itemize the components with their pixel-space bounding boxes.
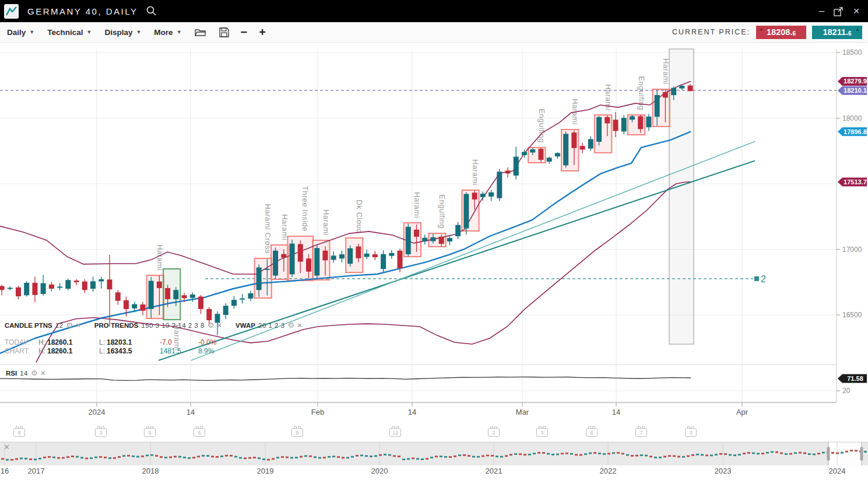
menu-daily[interactable]: Daily▼ <box>7 28 34 37</box>
candle-body <box>505 171 511 174</box>
navigator-candle <box>598 453 601 454</box>
navigator-candle <box>542 452 545 454</box>
calendar-marker-icon[interactable]: 2 <box>488 428 500 437</box>
calendar-marker-icon[interactable]: 6 <box>586 428 598 437</box>
zoom-out-button[interactable]: − <box>241 27 248 37</box>
close-button[interactable]: ✕ <box>853 6 860 16</box>
navigator-candle <box>486 455 489 457</box>
gear-icon[interactable]: ⚙ <box>66 322 73 329</box>
navigator-candle <box>682 456 685 458</box>
x-axis-label: Apr <box>736 408 748 416</box>
calendar-marker-icon[interactable]: 6 <box>194 428 205 437</box>
navigator-candle <box>309 456 312 457</box>
indicator-name: VWAP <box>236 322 255 329</box>
navigator-handle[interactable] <box>827 447 830 461</box>
navigator-candle <box>621 453 624 454</box>
navigator-candle <box>398 456 400 457</box>
navigator-candle <box>575 454 578 456</box>
navigator-candle <box>113 457 116 459</box>
save-icon[interactable] <box>219 27 229 37</box>
zoom-in-button[interactable]: + <box>259 27 266 37</box>
buy-price-badge[interactable]: 18211.6 ▲ <box>812 26 862 39</box>
navigator-candle <box>626 454 629 456</box>
search-icon[interactable] <box>145 5 158 17</box>
navigator-candle <box>38 458 41 460</box>
close-icon[interactable]: × <box>76 322 80 329</box>
navigator-candle <box>374 455 377 457</box>
candle-body <box>24 283 29 295</box>
candle-body <box>398 251 403 268</box>
calendar-marker-icon[interactable]: 3 <box>95 428 107 437</box>
candle-body <box>538 149 543 160</box>
gear-icon[interactable]: ⚙ <box>288 322 295 329</box>
calendar-marker-icon[interactable]: 3 <box>536 428 548 437</box>
navigator-candle <box>225 455 228 457</box>
candle-body <box>422 238 427 241</box>
navigator-candle <box>337 456 340 458</box>
calendar-marker-icon[interactable]: 12 <box>389 428 401 437</box>
calendar-marker-icon[interactable]: 8 <box>13 428 25 437</box>
navigator-candle <box>248 457 251 459</box>
navigator-candle <box>850 450 853 451</box>
navigator-candle <box>34 458 37 460</box>
navigator-candle <box>66 456 69 458</box>
candle-body <box>372 254 378 257</box>
navigator-candle <box>244 457 247 459</box>
navigator-candle <box>519 453 522 455</box>
popout-icon[interactable] <box>834 6 844 16</box>
calendar-marker-icon[interactable]: 5 <box>144 428 156 437</box>
navigator-candle <box>407 458 410 460</box>
navigator-candle <box>20 458 23 460</box>
navigator-candle <box>346 457 349 458</box>
candle-body <box>439 237 444 244</box>
navigator-candle <box>514 453 517 455</box>
navigator-candle <box>421 458 424 460</box>
menu-more[interactable]: More▼ <box>154 28 181 37</box>
navigator-candle <box>477 456 480 458</box>
navigator-candle <box>24 458 27 460</box>
candle-body <box>165 288 170 299</box>
calendar-marker-icon[interactable]: 3 <box>685 428 697 437</box>
navigator-candle <box>766 452 769 454</box>
navigator-candle <box>10 459 13 461</box>
close-icon[interactable]: × <box>297 322 302 329</box>
gear-icon[interactable]: ⚙ <box>208 322 215 329</box>
navigator-candle <box>164 457 167 458</box>
navigator-selection[interactable] <box>828 442 862 465</box>
indicator-pro-trends: PRO TRENDS 150 3 10 2 14 2 3 8 ⚙ × <box>94 322 222 329</box>
navigator-candle <box>724 453 727 455</box>
navigator-candle <box>743 453 746 454</box>
navigator-candle <box>747 452 750 454</box>
chart-canvas: 2HaramiHaramiHarami CrossHaramiThree Ins… <box>0 0 868 480</box>
navigator-candle <box>635 455 638 457</box>
indicator-name: CANDLE PTNS <box>5 322 52 329</box>
menu-display[interactable]: Display▼ <box>104 28 141 37</box>
menu-technical[interactable]: Technical▼ <box>47 28 92 37</box>
navigator-candle <box>402 458 405 460</box>
candle-body <box>206 309 212 320</box>
candle-body <box>630 116 635 120</box>
navigator-candle <box>267 459 270 461</box>
navigator-candle <box>547 453 550 455</box>
navigator-candle <box>370 456 372 457</box>
navigator-close-icon[interactable]: ✕ <box>3 443 10 451</box>
candle-body <box>157 282 162 288</box>
navigator-candle <box>15 458 18 460</box>
candle-body <box>290 244 295 275</box>
candle-body <box>298 244 303 262</box>
sell-price-badge[interactable]: ▼ 18208.6 <box>756 26 806 39</box>
close-icon[interactable]: × <box>217 322 222 329</box>
calendar-marker-icon[interactable]: 6 <box>291 428 303 437</box>
navigator-candle <box>426 458 428 460</box>
gear-icon[interactable]: ⚙ <box>31 370 38 377</box>
candle-body <box>65 280 71 289</box>
minimize-button[interactable]: – <box>819 6 824 16</box>
calendar-marker-icon[interactable]: 7 <box>635 428 647 437</box>
navigator-candle <box>687 456 690 457</box>
candle-body <box>198 297 203 309</box>
close-icon[interactable]: × <box>41 370 45 377</box>
navigator-handle[interactable] <box>860 447 863 461</box>
open-folder-icon[interactable] <box>195 27 206 37</box>
navigator-candle <box>146 454 149 456</box>
candle-body <box>455 225 461 236</box>
